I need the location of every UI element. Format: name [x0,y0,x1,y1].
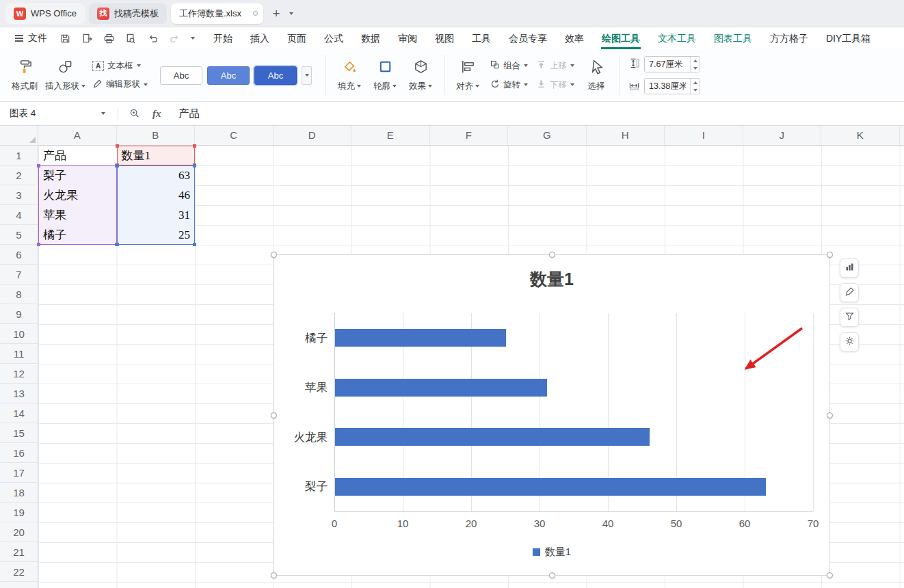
column-header-D[interactable]: D [274,126,352,145]
output-icon[interactable] [81,33,93,44]
chart-style-button[interactable] [840,283,859,302]
menu-item-开始[interactable]: 开始 [204,27,241,49]
chart-resize-handle[interactable] [549,252,555,258]
cell-B5[interactable]: 25 [117,225,196,245]
row-header-22[interactable]: 22 [0,562,38,582]
height-spin-up[interactable] [691,57,700,64]
row-header-11[interactable]: 11 [0,344,38,364]
menu-item-页面[interactable]: 页面 [278,27,315,49]
column-header-E[interactable]: E [351,126,430,145]
tab-template-doc[interactable]: 找 找稿壳模板 [89,3,167,24]
tab-workbook[interactable]: S 工作簿数量.xlsx [171,3,263,24]
cell-B2[interactable]: 63 [117,165,196,185]
menu-item-文本工具[interactable]: 文本工具 [649,27,705,49]
column-header-G[interactable]: G [508,126,587,145]
cell-A3[interactable]: 火龙果 [38,185,117,205]
bring-forward-button[interactable]: 上移 [536,59,574,72]
row-header-12[interactable]: 12 [0,364,38,384]
row-header-15[interactable]: 15 [0,423,38,443]
print-icon[interactable] [103,33,115,44]
row-header-2[interactable]: 2 [0,165,38,185]
shape-style-option-3-selected[interactable]: Abc [254,66,297,85]
chart-title[interactable]: 数量1 [274,268,829,291]
cell-A4[interactable]: 苹果 [38,205,117,225]
effect-button[interactable]: 效果 [403,59,438,92]
row-header-5[interactable]: 5 [0,225,38,245]
chart-object[interactable]: 数量1 数量1 010203040506070橘子苹果火龙果梨子 [274,254,830,576]
row-header-14[interactable]: 14 [0,403,38,423]
row-header-7[interactable]: 7 [0,265,38,284]
send-backward-button[interactable]: 下移 [536,79,574,91]
column-header-K[interactable]: K [821,126,900,145]
column-header-J[interactable]: J [743,126,822,145]
row-header-18[interactable]: 18 [0,483,38,503]
preview-icon[interactable] [125,33,137,44]
menu-item-插入[interactable]: 插入 [241,27,278,49]
shape-style-option-1[interactable]: Abc [160,66,202,85]
chart-elements-button[interactable] [840,258,859,278]
chart-resize-handle[interactable] [549,572,555,578]
menu-item-方方格子[interactable]: 方方格子 [761,27,817,49]
bar-梨子[interactable] [335,478,766,496]
chart-resize-handle[interactable] [271,252,277,258]
height-spin-down[interactable] [691,64,700,72]
save-icon[interactable] [59,33,71,44]
column-header-B[interactable]: B [117,126,196,145]
width-spin-down[interactable] [691,86,700,94]
cell-A5[interactable]: 橘子 [38,225,117,245]
formula-content[interactable]: 产品 [179,107,200,120]
chart-settings-button[interactable] [840,332,859,351]
shape-width-input[interactable] [645,79,690,94]
tab-menu-dot-icon[interactable] [253,11,258,16]
redo-icon[interactable] [169,33,181,44]
row-header-8[interactable]: 8 [0,284,38,304]
row-header-19[interactable]: 19 [0,503,38,522]
chart-resize-handle[interactable] [271,412,277,418]
cell-A2[interactable]: 梨子 [38,165,117,185]
shape-height-input[interactable] [645,57,690,72]
menu-item-数据[interactable]: 数据 [352,27,389,49]
zoom-magnifier-icon[interactable] [129,108,140,119]
tab-list-chevron-icon[interactable] [289,12,293,15]
row-header-21[interactable]: 21 [0,542,38,562]
cell-B3[interactable]: 46 [117,185,196,205]
name-box[interactable]: 图表 4 [10,107,112,120]
new-tab-button[interactable]: + [267,5,285,23]
menu-item-公式[interactable]: 公式 [315,27,352,49]
chart-resize-handle[interactable] [827,412,833,418]
menu-item-DIY工具箱[interactable]: DIY工具箱 [817,27,879,49]
row-header-20[interactable]: 20 [0,522,38,542]
bar-火龙果[interactable] [335,428,650,446]
insert-shape-button[interactable]: 插入形状 [42,59,88,92]
row-header-10[interactable]: 10 [0,324,38,344]
menu-item-审阅[interactable]: 审阅 [389,27,426,49]
column-header-C[interactable]: C [195,126,274,145]
fill-button[interactable]: 填充 [332,59,367,92]
tab-wps-home[interactable]: W WPS Office [5,3,85,24]
menu-item-绘图工具[interactable]: 绘图工具 [593,27,649,49]
row-header-17[interactable]: 17 [0,463,38,483]
fx-button[interactable]: fx [152,108,161,120]
row-header-3[interactable]: 3 [0,185,38,205]
select-button[interactable]: 选择 [579,59,614,92]
width-spin-up[interactable] [691,79,700,86]
group-button[interactable]: 组合 [490,59,528,72]
row-header-9[interactable]: 9 [0,304,38,324]
chart-filter-button[interactable] [840,308,859,327]
shape-style-option-2[interactable]: Abc [207,66,250,85]
align-button[interactable]: 对齐 [450,59,486,92]
outline-button[interactable]: 轮廓 [367,59,403,92]
select-all-corner[interactable] [0,126,38,146]
column-header-F[interactable]: F [430,126,509,145]
chart-resize-handle[interactable] [271,572,277,578]
bar-橘子[interactable] [335,329,506,347]
row-header-6[interactable]: 6 [0,245,38,265]
text-box-button[interactable]: A 文本框 [92,60,148,72]
gallery-more-button[interactable] [302,66,312,85]
row-header-16[interactable]: 16 [0,443,38,463]
menu-item-图表工具[interactable]: 图表工具 [705,27,761,49]
column-header-I[interactable]: I [665,126,743,145]
chart-resize-handle[interactable] [827,572,833,578]
row-header-13[interactable]: 13 [0,384,38,403]
cell-B4[interactable]: 31 [117,205,196,225]
